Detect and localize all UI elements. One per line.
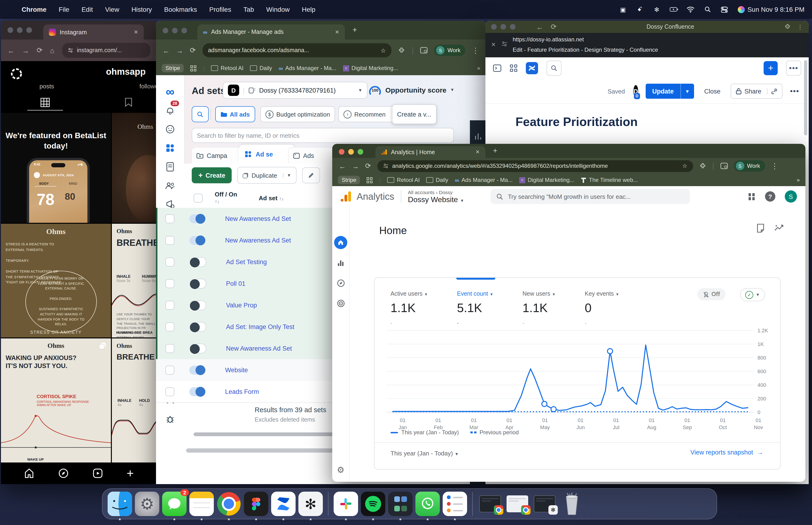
site-url[interactable]: https://dossy-io.atlassian.net: [513, 36, 584, 43]
wifi-icon[interactable]: [686, 6, 695, 13]
post-humming-breath[interactable]: Ohms BREATHE FOR INHALENose 3s HUMMINNos…: [112, 224, 157, 338]
dock-chatgpt[interactable]: ✻: [298, 492, 323, 516]
bookmark-item[interactable]: ∞Ads Manager - Ma...: [455, 177, 513, 183]
benchmarks-off-chip[interactable]: Off: [698, 288, 725, 300]
date-range-selector[interactable]: This year (Jan - Today) ▼: [390, 450, 459, 457]
create-button[interactable]: +Create: [192, 167, 232, 183]
nav-advertising[interactable]: [337, 299, 345, 308]
post-portrait[interactable]: Ohms: [112, 113, 157, 223]
menu-clock[interactable]: Sun Nov 9 8:16 PM: [747, 6, 805, 13]
report-bug-icon[interactable]: [162, 411, 178, 427]
select-all-checkbox[interactable]: [194, 193, 202, 202]
edit-button[interactable]: [302, 167, 320, 183]
charts-icon[interactable]: [474, 133, 482, 140]
column-off-on[interactable]: Off / On↑↓: [215, 191, 237, 205]
post-cortisol[interactable]: Ohms WAKING UP ANXIOUS?IT'S NOT JUST YOU…: [1, 339, 111, 463]
row-checkbox[interactable]: [165, 387, 174, 396]
close-tab-icon[interactable]: ✕: [335, 29, 339, 35]
menu-item-file[interactable]: File: [59, 6, 69, 13]
post-stress-anxiety[interactable]: Ohms STRESS IS A REACTION TOEXTERNAL THR…: [1, 224, 111, 338]
admin-gear-icon[interactable]: ⚙: [337, 465, 344, 475]
address-bar[interactable]: adsmanager.facebook.com/adsmana... ☆: [202, 43, 392, 57]
new-tab-icon[interactable]: +: [493, 147, 497, 155]
notes-icon[interactable]: [756, 224, 765, 232]
reels-icon[interactable]: [93, 468, 103, 479]
back-icon[interactable]: ←: [163, 46, 170, 54]
notifications-icon[interactable]: 28: [162, 103, 178, 118]
bookmark-stripe[interactable]: Stripe: [162, 64, 184, 72]
dock-notes[interactable]: [189, 492, 214, 516]
account-avatar[interactable]: S: [785, 190, 797, 202]
ad-set-name[interactable]: Value Prop: [226, 301, 257, 309]
forward-icon[interactable]: →: [352, 162, 359, 170]
back-icon[interactable]: ←: [7, 46, 15, 54]
editor-more-button[interactable]: •••: [790, 87, 799, 95]
siri-icon[interactable]: [737, 6, 746, 13]
explore-icon[interactable]: [58, 468, 68, 479]
spotlight-icon[interactable]: [703, 6, 712, 13]
dock-figma[interactable]: [244, 492, 268, 516]
row-checkbox[interactable]: [165, 214, 174, 223]
traffic-lights[interactable]: [163, 28, 187, 33]
stage-manager-icon[interactable]: ▣: [619, 6, 627, 13]
campaigns-icon[interactable]: [162, 140, 178, 156]
bookmark-item[interactable]: Retool AI: [387, 177, 419, 183]
openai-icon[interactable]: ✻: [653, 6, 661, 13]
menu-item-chrome[interactable]: Chrome: [21, 6, 47, 13]
filter-budget-optimization[interactable]: $ Budget optimization: [260, 106, 335, 122]
bookmark-item[interactable]: The Timeline web...: [581, 177, 638, 183]
side-panel-icon[interactable]: [720, 163, 727, 169]
ad-set-name[interactable]: New Awareness Ad Set: [225, 237, 291, 244]
battery-icon[interactable]: [669, 6, 678, 13]
row-toggle[interactable]: [189, 343, 206, 353]
ad-set-name[interactable]: Poll 01: [226, 280, 246, 287]
home-icon[interactable]: [24, 468, 34, 479]
row-toggle[interactable]: [189, 387, 205, 396]
menu-item-edit[interactable]: Edit: [81, 6, 93, 13]
menu-item-view[interactable]: View: [105, 6, 119, 13]
close-tab-icon[interactable]: ✕: [476, 149, 480, 155]
filter-all-ads[interactable]: All ads: [215, 106, 255, 122]
bookmarks-overflow-icon[interactable]: »: [797, 177, 800, 183]
meta-logo-icon[interactable]: ∞: [162, 84, 178, 100]
dock-slack[interactable]: [334, 492, 358, 516]
profile-chip[interactable]: S Work: [434, 45, 465, 56]
property-selector[interactable]: All accounts › Dossy Dossy Website ▼: [408, 189, 464, 204]
analytics-tab[interactable]: Analytics | Home ✕: [376, 146, 486, 158]
traffic-lights[interactable]: [491, 24, 516, 30]
row-toggle[interactable]: [189, 214, 205, 223]
close-tab-icon[interactable]: ✕: [134, 29, 138, 35]
row-checkbox[interactable]: [165, 236, 174, 245]
close-button[interactable]: Close: [704, 88, 720, 95]
dock-messages[interactable]: 2: [162, 492, 186, 516]
close-icon[interactable]: ✕: [491, 41, 496, 48]
menu-item-profiles[interactable]: Profiles: [209, 6, 231, 13]
ads-tab[interactable]: ∞ Ads Manager - Manage ads ✕: [197, 25, 345, 40]
site-settings-icon[interactable]: [501, 41, 507, 47]
extensions-icon[interactable]: [699, 162, 706, 169]
bookmark-stripe[interactable]: Stripe: [338, 176, 360, 184]
back-icon[interactable]: ←: [339, 162, 346, 170]
create-view-button[interactable]: Create a v...: [392, 104, 436, 124]
account-overview-icon[interactable]: [162, 121, 178, 137]
view-reports-snapshot-link[interactable]: View reports snapshot→: [690, 449, 763, 456]
forward-icon[interactable]: →: [22, 46, 29, 54]
bookmark-item[interactable]: ∞Ads Manager - Ma...: [279, 65, 336, 72]
duplicate-dropdown[interactable]: ▼: [282, 173, 291, 178]
tab-posts-grid[interactable]: [41, 98, 50, 107]
document-title[interactable]: Feature Prioritization: [516, 115, 638, 129]
address-bar[interactable]: instagram.com/...: [62, 43, 150, 58]
bookmark-item[interactable]: Retool AI: [211, 65, 243, 72]
home-icon[interactable]: ⌂: [50, 46, 54, 54]
reports-icon[interactable]: [162, 159, 178, 175]
metric-new-users[interactable]: New users ▼1.1K-: [523, 290, 556, 326]
more-options-button[interactable]: •••: [786, 61, 801, 76]
insights-icon[interactable]: [775, 224, 784, 232]
row-toggle[interactable]: [189, 300, 206, 310]
menu-item-history[interactable]: History: [131, 6, 152, 13]
page-tab-title[interactable]: Edit - Feature Prioritization - Design S…: [513, 46, 658, 53]
ga-search-input[interactable]: Try searching "MoM growth in users for e…: [491, 189, 690, 204]
bookmark-item[interactable]: Daily: [250, 65, 272, 72]
tab-ads[interactable]: Ads: [289, 148, 334, 164]
profile-chip[interactable]: S Work: [734, 160, 765, 171]
